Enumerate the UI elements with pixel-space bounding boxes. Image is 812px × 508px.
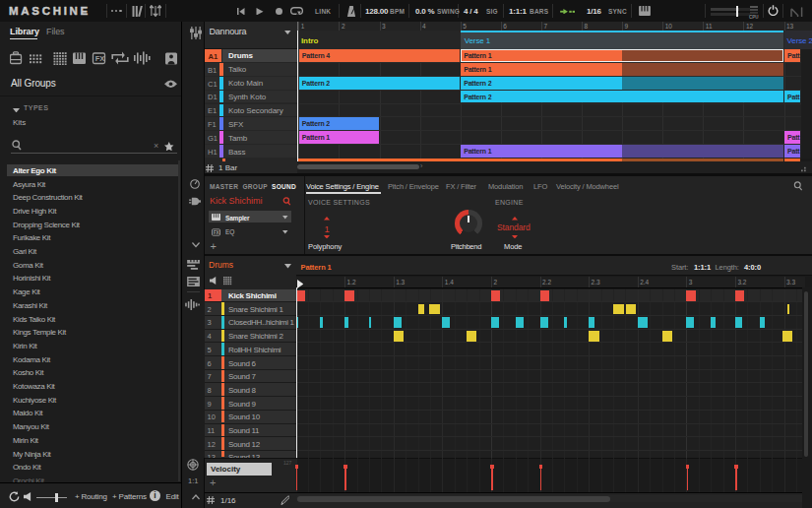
svg-text:FX: FX — [214, 230, 220, 235]
svg-text:FX: FX — [95, 54, 105, 63]
